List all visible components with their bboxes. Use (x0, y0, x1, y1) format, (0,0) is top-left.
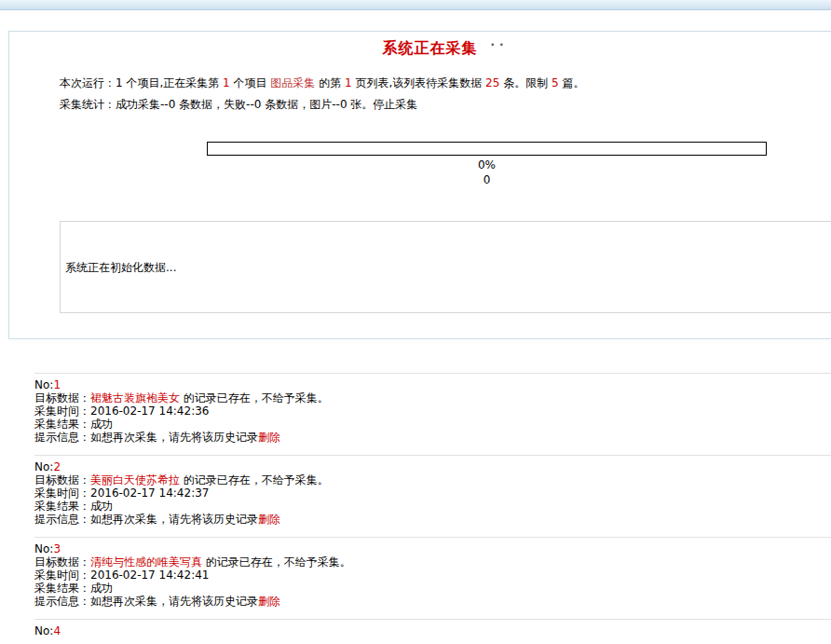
stop-collect-link[interactable]: 停止采集 (373, 98, 417, 111)
run-text-5: 条。限制 (499, 76, 552, 89)
delete-link[interactable]: 删除 (258, 513, 280, 526)
result-value: 成功 (90, 500, 113, 513)
target-label: 目标数据： (34, 391, 90, 404)
browser-top-strip (0, 0, 831, 10)
progress-count: 0 (207, 173, 767, 186)
record-result-line: 采集结果：成功 (34, 582, 831, 595)
record-2: No:2 目标数据：美丽白天使苏希拉 的记录已存在，不给予采集。 采集时间：20… (34, 455, 831, 537)
time-value: 2016-02-17 14:42:37 (90, 486, 209, 500)
result-value: 成功 (90, 582, 113, 595)
run-num-pending: 25 (485, 76, 499, 89)
record-result-line: 采集结果：成功 (34, 500, 831, 513)
target-label: 目标数据： (34, 555, 90, 569)
run-text-1: 本次运行：1 个项目,正在采集第 (60, 76, 223, 89)
run-text-6: 篇。 (559, 76, 585, 89)
no-label: No: (34, 378, 53, 391)
hint-label: 提示信息： (34, 431, 90, 444)
record-time-line: 采集时间：2016-02-17 14:42:41 (34, 569, 831, 582)
result-value: 成功 (90, 418, 113, 431)
progress-bar (207, 142, 767, 156)
loading-dots: .. (490, 35, 508, 48)
record-3: No:3 目标数据：清纯与性感的唯美写真 的记录已存在，不给予采集。 采集时间：… (34, 537, 831, 619)
target-label: 目标数据： (34, 473, 90, 486)
record-target-line: 目标数据：美丽白天使苏希拉 的记录已存在，不给予采集。 (34, 473, 831, 486)
hint-text: 如想再次采集，请先将该历史记录 (90, 595, 258, 608)
record-no-line: No:4 (34, 624, 831, 637)
time-label: 采集时间： (34, 404, 90, 418)
record-hint-line: 提示信息：如想再次采集，请先将该历史记录删除 (34, 513, 831, 526)
record-no-line: No:3 (34, 542, 831, 555)
record-result-line: 采集结果：成功 (34, 418, 831, 431)
delete-link[interactable]: 删除 (258, 431, 280, 444)
no-label: No: (34, 542, 53, 555)
hint-label: 提示信息： (34, 513, 90, 526)
run-num-limit: 5 (552, 76, 559, 89)
page-title: 系统正在采集.. (9, 39, 831, 59)
hint-label: 提示信息： (34, 595, 90, 608)
target-note: 的记录已存在，不给予采集。 (202, 555, 351, 569)
stats-line: 采集统计：成功采集--0 条数据，失败--0 条数据，图片--0 张。停止采集 (60, 98, 831, 111)
record-1: No:1 目标数据：裙魅古装旗袍美女 的记录已存在，不给予采集。 采集时间：20… (34, 373, 831, 455)
target-link[interactable]: 清纯与性感的唯美写真 (90, 555, 202, 569)
run-text-3: 的第 (315, 76, 345, 89)
target-link[interactable]: 美丽白天使苏希拉 (90, 473, 180, 486)
log-box: 系统正在初始化数据... (60, 221, 831, 313)
no-label: No: (34, 624, 53, 637)
record-4: No:4 (34, 619, 831, 644)
time-value: 2016-02-17 14:42:36 (90, 404, 209, 418)
progress-percent: 0% (207, 158, 767, 171)
run-num-project-index: 1 (223, 76, 230, 89)
run-text-4: 页列表,该列表待采集数据 (352, 76, 485, 89)
page-title-text: 系统正在采集 (382, 39, 477, 57)
hint-text: 如想再次采集，请先将该历史记录 (90, 513, 258, 526)
no-label: No: (34, 460, 53, 473)
run-num-page: 1 (345, 76, 352, 89)
delete-link[interactable]: 删除 (258, 595, 280, 608)
time-label: 采集时间： (34, 569, 90, 582)
target-note: 的记录已存在，不给予采集。 (180, 391, 329, 404)
history-records-list: No:1 目标数据：裙魅古装旗袍美女 的记录已存在，不给予采集。 采集时间：20… (34, 373, 831, 644)
no-value: 4 (53, 624, 61, 637)
result-label: 采集结果： (34, 582, 90, 595)
record-target-line: 目标数据：裙魅古装旗袍美女 的记录已存在，不给予采集。 (34, 391, 831, 404)
record-target-line: 目标数据：清纯与性感的唯美写真 的记录已存在，不给予采集。 (34, 555, 831, 569)
init-message: 系统正在初始化数据... (61, 222, 831, 274)
time-label: 采集时间： (34, 486, 90, 500)
record-time-line: 采集时间：2016-02-17 14:42:37 (34, 486, 831, 500)
result-label: 采集结果： (34, 500, 90, 513)
record-hint-line: 提示信息：如想再次采集，请先将该历史记录删除 (34, 431, 831, 444)
target-link[interactable]: 裙魅古装旗袍美女 (90, 391, 180, 404)
run-text-2: 个项目 (230, 76, 271, 89)
no-value: 2 (53, 460, 61, 473)
hint-text: 如想再次采集，请先将该历史记录 (90, 431, 258, 444)
collecting-panel: 系统正在采集.. 本次运行：1 个项目,正在采集第 1 个项目 图品采集 的第 … (8, 31, 831, 339)
record-hint-line: 提示信息：如想再次采集，请先将该历史记录删除 (34, 595, 831, 608)
run-status-line: 本次运行：1 个项目,正在采集第 1 个项目 图品采集 的第 1 页列表,该列表… (60, 76, 831, 89)
record-no-line: No:1 (34, 378, 831, 391)
target-note: 的记录已存在，不给予采集。 (180, 473, 329, 486)
time-value: 2016-02-17 14:42:41 (90, 569, 209, 582)
project-link[interactable]: 图品采集 (270, 76, 315, 89)
record-time-line: 采集时间：2016-02-17 14:42:36 (34, 404, 831, 418)
result-label: 采集结果： (34, 418, 90, 431)
record-no-line: No:2 (34, 460, 831, 473)
stats-text: 采集统计：成功采集--0 条数据，失败--0 条数据，图片--0 张。 (60, 98, 373, 111)
no-value: 3 (53, 542, 61, 555)
no-value: 1 (53, 378, 61, 391)
